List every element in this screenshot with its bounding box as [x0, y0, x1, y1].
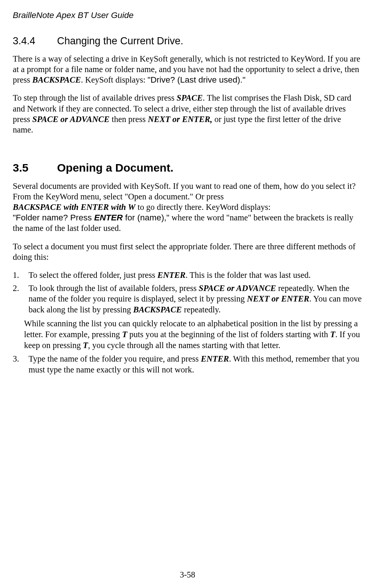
list-marker: 1. [13, 270, 19, 281]
heading-title: Changing the Current Drive. [57, 35, 183, 47]
text-run: puts you at the beginning of the list of… [127, 330, 330, 339]
text-run: To select the offered folder, just press [29, 270, 157, 280]
heading-number: 3.4.4 [13, 35, 57, 47]
list-item: 2. To look through the list of available… [13, 283, 362, 315]
key-command: ENTER [157, 270, 185, 280]
body-paragraph: Several documents are provided with KeyS… [13, 181, 362, 234]
body-paragraph: To select a document you must first sele… [13, 241, 362, 262]
key-command: SPACE [176, 93, 203, 103]
text-run: to go directly there. KeyWord displays: [136, 202, 271, 212]
key-command: BACKSPACE with ENTER with W [13, 202, 136, 212]
key-command: NEXT or ENTER, [148, 115, 212, 124]
key-command: BACKSPACE [32, 75, 81, 84]
display-prompt: "Folder name? Press [13, 213, 94, 222]
key-command: T [330, 330, 336, 339]
key-command: T [83, 341, 88, 350]
sub-paragraph: While scanning the list you can quickly … [13, 318, 362, 351]
page-number: 3-58 [0, 570, 375, 580]
list-item: 3. Type the name of the folder you requi… [13, 354, 362, 375]
text-run: then press [110, 115, 148, 124]
text-run: , you cycle through all the names starti… [88, 341, 280, 350]
list-marker: 2. [13, 283, 19, 294]
page-header: BrailleNote Apex BT User Guide [13, 11, 362, 20]
heading-3-4-4: 3.4.4 Changing the Current Drive. [13, 35, 362, 47]
heading-number: 3.5 [13, 161, 57, 174]
body-paragraph: To step through the list of available dr… [13, 93, 362, 135]
key-command: ENTER [201, 354, 229, 363]
text-run: . KeySoft displays: [81, 75, 148, 84]
text-run: Type the name of the folder you require,… [29, 354, 201, 363]
list-marker: 3. [13, 354, 19, 365]
text-run: . This is the folder that was last used. [185, 270, 310, 280]
display-prompt: "Drive? (Last drive used)." [148, 75, 245, 84]
numbered-list: 1. To select the offered folder, just pr… [13, 270, 362, 315]
key-command: SPACE or ADVANCE [199, 283, 276, 293]
display-prompt: ENTER [94, 213, 123, 222]
numbered-list: 3. Type the name of the folder you requi… [13, 354, 362, 375]
key-command: T [122, 330, 127, 339]
key-command: NEXT or ENTER [247, 294, 309, 303]
heading-3-5: 3.5 Opening a Document. [13, 161, 362, 174]
list-item: 1. To select the offered folder, just pr… [13, 270, 362, 281]
text-run: repeatedly. [182, 305, 220, 314]
key-command: SPACE or ADVANCE [32, 115, 110, 124]
text-run: To look through the list of available fo… [29, 283, 199, 293]
text-run: Several documents are provided with KeyS… [13, 181, 356, 201]
heading-title: Opening a Document. [57, 161, 173, 174]
display-prompt: for (name)," [123, 213, 169, 222]
text-run: To step through the list of available dr… [13, 93, 176, 103]
body-paragraph: There is a way of selecting a drive in K… [13, 54, 362, 85]
key-command: BACKSPACE [133, 305, 182, 314]
